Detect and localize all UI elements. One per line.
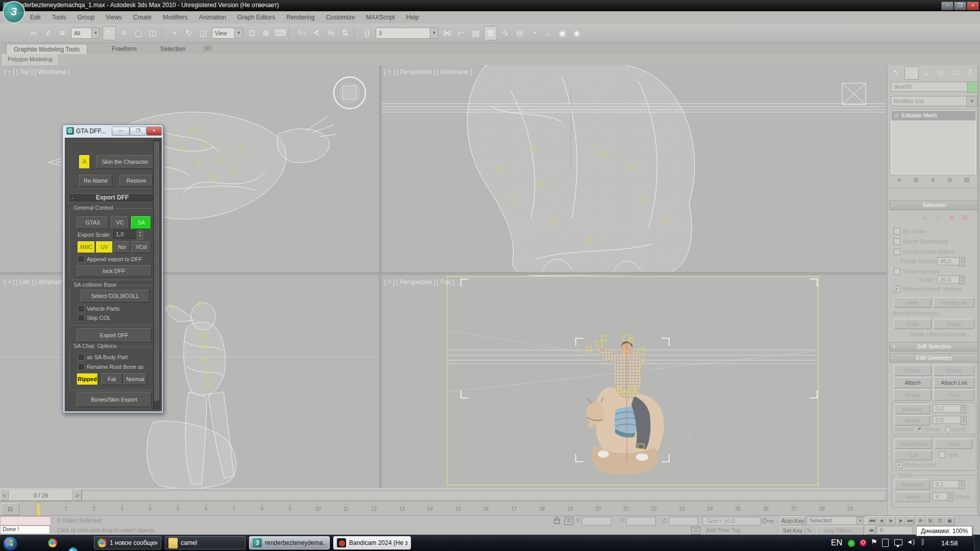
minimize-button[interactable]: − <box>941 2 953 10</box>
tray-action-center-icon[interactable]: ⚑ <box>871 538 877 546</box>
vcol-button[interactable]: VCol <box>131 241 151 253</box>
menu-customize[interactable]: Customize <box>326 11 355 23</box>
tab-selection[interactable]: Selection <box>153 44 192 54</box>
skin-the-character-button[interactable]: Skin the Character <box>96 155 154 169</box>
schematic-view-icon[interactable]: ⊟ <box>513 27 526 40</box>
viewport-splitter-vertical[interactable] <box>379 65 382 488</box>
viewport-label-left[interactable]: [ + ] [ Left ] [ Wireframe ] <box>4 279 70 286</box>
attach-list-button[interactable]: Attach List <box>934 377 974 388</box>
ripped-button[interactable]: Ripped <box>77 373 98 385</box>
export-dff-rollout-header[interactable]: -Export DFF <box>68 193 156 203</box>
sa-button[interactable]: SA <box>131 216 151 229</box>
turn-button[interactable]: Turn <box>934 389 974 400</box>
modifier-list-dropdown[interactable]: Modifier List <box>891 96 969 106</box>
select-and-rotate-icon[interactable]: ↻ <box>183 27 195 40</box>
restore-button[interactable]: Restore <box>119 174 153 187</box>
current-frame-field[interactable]: 0 <box>877 526 913 535</box>
attach-button[interactable]: Attach <box>894 377 932 388</box>
edit-geometry-rollout-header[interactable]: -Edit Geometry <box>889 353 979 363</box>
pin-stack-icon[interactable]: ⌖ <box>894 176 905 185</box>
dialog-maximize-button[interactable]: ❐ <box>130 127 146 136</box>
previous-frame-slider-button[interactable]: < <box>0 490 9 501</box>
add-time-tag[interactable]: Add Time Tag <box>706 527 740 533</box>
extrude-field[interactable]: 0,0 <box>933 405 963 413</box>
key-mode-arrow-icon[interactable]: ▼ <box>856 517 864 525</box>
selection-filter-combo[interactable]: All▼ <box>71 28 100 39</box>
taskbar-button-4[interactable]: Bandicam 2024 (Не з... <box>333 536 411 549</box>
graphite-ribbon-toggle-icon[interactable]: ▦ <box>484 26 497 40</box>
spinner-snap-icon[interactable]: ⇅ <box>339 27 351 40</box>
taskbar-button-1[interactable]: 1 новое сообщение... <box>94 536 161 549</box>
select-col3-button[interactable]: Select COL3/COLL <box>81 290 150 303</box>
planar-thresh-spinner[interactable]: ▲▼ <box>959 257 965 266</box>
zoom-icon[interactable]: ⊕ <box>916 516 925 525</box>
menu-modifiers[interactable]: Modifiers <box>163 11 188 23</box>
set-key-button[interactable]: Set Key <box>780 526 805 535</box>
menu-help[interactable]: Help <box>406 11 419 23</box>
modifier-stack[interactable]: ⊞Editable Mesh <box>891 110 976 174</box>
y-coordinate-field[interactable] <box>626 517 656 525</box>
menu-views[interactable]: Views <box>106 11 122 23</box>
tray-green-status-icon[interactable] <box>847 539 855 547</box>
menu-create[interactable]: Create <box>133 11 152 23</box>
stack-expand-icon[interactable]: ⊞ <box>894 112 899 118</box>
zoom-extents-icon[interactable]: ⊡ <box>935 516 945 525</box>
element-icon[interactable]: ▩ <box>960 213 970 222</box>
selection-rollout-header[interactable]: -Selection <box>889 201 979 210</box>
zoom-extents-all-icon[interactable]: ▣ <box>945 516 954 525</box>
bind-to-space-warp-icon[interactable]: ≋ <box>56 27 68 40</box>
show-normals-checkbox[interactable] <box>894 268 900 275</box>
zoom-all-icon[interactable]: ⊞ <box>925 516 935 525</box>
select-and-move-icon[interactable]: + <box>168 27 181 40</box>
normals-scale-spinner[interactable]: ▲▼ <box>959 276 965 285</box>
dialog-minimize-button[interactable]: — <box>112 127 130 136</box>
tab-create-icon[interactable]: ↖ <box>890 66 903 79</box>
render-setup-icon[interactable]: ♨ <box>542 27 554 40</box>
menu-group[interactable]: Group <box>78 11 94 23</box>
stack-entry-editable-mesh[interactable]: ⊞Editable Mesh <box>891 111 976 120</box>
cut-button[interactable]: Cut <box>894 450 932 460</box>
layer-manager-icon[interactable]: ▤ <box>470 27 482 40</box>
go-to-end-icon[interactable]: ▶▶| <box>905 516 915 525</box>
by-vertex-checkbox[interactable] <box>894 228 900 235</box>
named-selection-sets-combo[interactable]: 3▼ <box>376 28 438 39</box>
weld-selected-button[interactable]: Selected <box>894 480 930 490</box>
modifier-list-arrow-icon[interactable]: ▼ <box>966 96 977 107</box>
dropdown-arrow-icon[interactable]: ▼ <box>234 28 242 38</box>
taskbar-button-3[interactable]: 3renderbezteneydema... <box>249 536 330 549</box>
object-name-field[interactable]: deer09 <box>891 82 968 92</box>
extrude-spinner[interactable]: ▲▼ <box>961 405 967 414</box>
skip-col-checkbox[interactable] <box>78 314 85 321</box>
snaps-toggle-icon[interactable]: ³∩ <box>296 27 308 40</box>
close-button[interactable]: × <box>967 2 979 10</box>
tray-language[interactable]: EN <box>831 535 842 551</box>
as-sa-body-part-checkbox[interactable] <box>78 354 85 361</box>
menu-maxscript[interactable]: MAXScript <box>366 11 395 23</box>
menu-tools[interactable]: Tools <box>52 11 66 23</box>
lock-dff-button[interactable]: lock DFF <box>77 265 152 277</box>
time-slider-track[interactable] <box>82 490 886 500</box>
dialog-scrollbar[interactable] <box>153 140 160 409</box>
dropdown-arrow-icon[interactable]: ▼ <box>91 28 100 38</box>
x-coordinate-field[interactable] <box>582 517 611 525</box>
tab-graphite-modeling-tools[interactable]: Graphite Modeling Tools <box>6 44 87 55</box>
track-bar[interactable]: ⊟ 01234567891011121314151617181920212223… <box>0 501 887 516</box>
weld-selected-spinner[interactable]: ▲▼ <box>959 480 965 489</box>
quick-render-icon[interactable]: ◉ <box>571 27 583 40</box>
tab-utilities-icon[interactable]: ⊼ <box>964 66 977 79</box>
export-scale-spinner[interactable]: ▲▼ <box>137 230 143 240</box>
default-in-out-tangent-icon[interactable]: ∿ <box>806 527 812 534</box>
polygon-modeling-panel[interactable]: Polygon Modeling <box>1 54 59 66</box>
ribbon-more-icon[interactable]: ▼ <box>203 45 212 52</box>
chrome-pinned-icon[interactable] <box>48 538 57 547</box>
create-button[interactable]: Create <box>894 365 932 376</box>
previous-frame-icon[interactable]: ◀| <box>876 516 886 525</box>
delete-button[interactable]: Delete <box>934 365 974 376</box>
ignore-visible-edges-checkbox[interactable] <box>894 248 900 255</box>
maxscript-mini-listener[interactable]: Done ! <box>0 525 50 534</box>
tray-clipboard-icon[interactable] <box>882 539 889 547</box>
vehicle-parts-checkbox[interactable] <box>78 305 85 312</box>
break-button[interactable]: Break <box>894 389 932 400</box>
mirror-icon[interactable]: ⋈ <box>441 27 453 40</box>
ignore-backfacing-checkbox[interactable] <box>894 238 900 245</box>
